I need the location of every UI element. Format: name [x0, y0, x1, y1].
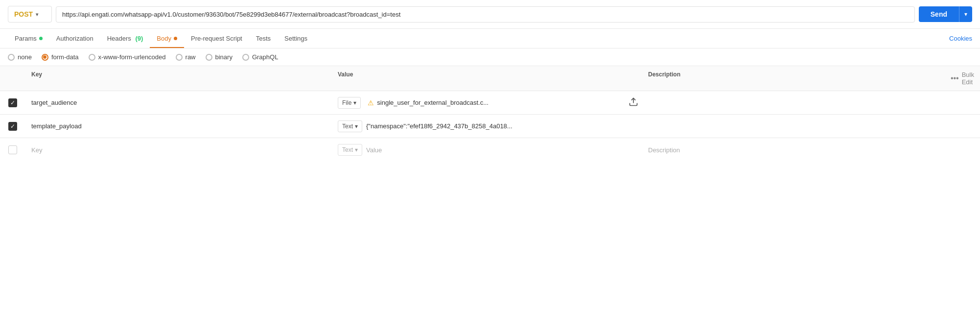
row1-warning-icon: ⚠: [368, 99, 374, 107]
empty-value-placeholder: Value: [362, 144, 638, 156]
table-header: Key Value Description ••• Bulk Edit: [0, 66, 980, 91]
row1-key: target_audience: [25, 94, 334, 111]
send-btn-group: Send ▾: [919, 6, 972, 22]
cookies-link[interactable]: Cookies: [949, 29, 972, 48]
radio-none: [8, 54, 15, 61]
tab-tests[interactable]: Tests: [249, 29, 278, 48]
tab-tests-label: Tests: [256, 35, 271, 42]
option-graphql-label: GraphQL: [252, 53, 278, 61]
option-binary[interactable]: binary: [206, 53, 233, 61]
row2-checkbox[interactable]: ✓: [8, 122, 17, 131]
row2-value-cell: Text ▾ {"namespace":"efef18f6_2942_437b_…: [334, 118, 642, 135]
tab-authorization[interactable]: Authorization: [49, 29, 100, 48]
form-data-table: Key Value Description ••• Bulk Edit ✓ ta…: [0, 66, 980, 162]
method-label: POST: [14, 10, 33, 18]
option-none[interactable]: none: [8, 53, 32, 61]
row1-file-display: ⚠ single_user_for_external_broadcast.c..…: [364, 97, 624, 109]
method-selector[interactable]: POST ▾: [8, 6, 52, 23]
empty-type-chevron: ▾: [355, 146, 358, 153]
bulk-edit-label[interactable]: Bulk Edit: [962, 71, 974, 86]
tab-authorization-label: Authorization: [56, 35, 93, 42]
body-options-row: none form-data x-www-form-urlencoded raw…: [0, 48, 980, 66]
url-bar-row: POST ▾ Send ▾: [0, 0, 980, 29]
tab-body-label: Body: [157, 35, 171, 42]
header-description: Description: [642, 66, 951, 91]
row1-description: [642, 98, 951, 108]
row2-type-chevron: ▾: [355, 123, 358, 130]
row1-upload-icon[interactable]: [629, 97, 638, 109]
table-row-empty: Key Text ▾ Value Description: [0, 138, 980, 162]
option-x-www-form-urlencoded[interactable]: x-www-form-urlencoded: [89, 53, 166, 61]
option-raw-label: raw: [186, 53, 196, 61]
header-key: Key: [25, 66, 334, 91]
row1-checkbox-cell: ✓: [0, 94, 25, 112]
tab-settings[interactable]: Settings: [278, 29, 314, 48]
row1-type-chevron: ▾: [353, 99, 356, 106]
empty-value-cell: Text ▾ Value: [334, 141, 642, 159]
tab-pre-request[interactable]: Pre-request Script: [184, 29, 249, 48]
tab-settings-label: Settings: [284, 35, 307, 42]
body-dot: [174, 37, 177, 40]
header-checkbox-col: [0, 66, 25, 91]
tab-body[interactable]: Body: [150, 29, 184, 48]
send-dropdown-button[interactable]: ▾: [959, 6, 972, 22]
row2-key: template_payload: [25, 118, 334, 135]
headers-count: (9): [134, 35, 143, 42]
tab-params-label: Params: [15, 35, 37, 42]
url-input[interactable]: [56, 6, 915, 23]
option-graphql[interactable]: GraphQL: [242, 53, 278, 61]
table-row: ✓ template_payload Text ▾ {"namespace":"…: [0, 115, 980, 138]
empty-key-placeholder: Key: [31, 146, 42, 154]
tab-pre-request-label: Pre-request Script: [191, 35, 242, 42]
option-form-data-label: form-data: [51, 53, 79, 61]
tab-params[interactable]: Params: [8, 29, 49, 48]
row2-value-text: {"namespace":"efef18f6_2942_437b_8258_4a…: [362, 120, 638, 132]
row1-checkbox[interactable]: ✓: [8, 98, 17, 107]
row2-description: [642, 121, 951, 131]
empty-checkbox[interactable]: [8, 145, 17, 154]
row2-type-label: Text: [342, 123, 353, 130]
row1-value-cell: File ▾ ⚠ single_user_for_external_broadc…: [334, 94, 642, 112]
radio-graphql: [242, 54, 249, 61]
method-chevron-icon: ▾: [36, 12, 38, 17]
params-dot: [39, 37, 43, 40]
row1-type-selector[interactable]: File ▾: [338, 97, 361, 109]
row1-filename: single_user_for_external_broadcast.c...: [377, 99, 620, 106]
radio-raw: [176, 54, 183, 61]
empty-desc: Description: [642, 142, 951, 159]
option-raw[interactable]: raw: [176, 53, 196, 61]
app-container: POST ▾ Send ▾ Params Authorization Heade…: [0, 0, 980, 162]
tabs-row: Params Authorization Headers (9) Body Pr…: [0, 29, 980, 48]
option-form-data[interactable]: form-data: [42, 53, 79, 61]
table-row: ✓ target_audience File ▾ ⚠ single_user_f…: [0, 91, 980, 115]
row2-checkbox-cell: ✓: [0, 117, 25, 136]
empty-key-cell: Key: [25, 142, 334, 159]
header-value: Value: [334, 66, 642, 91]
bulk-edit-area: ••• Bulk Edit: [951, 66, 980, 91]
empty-checkbox-cell: [0, 141, 25, 159]
option-none-label: none: [18, 53, 32, 61]
send-button[interactable]: Send: [919, 6, 959, 22]
more-options-icon[interactable]: •••: [951, 74, 959, 83]
tab-headers-label: Headers: [107, 35, 131, 42]
option-binary-label: binary: [215, 53, 233, 61]
row2-type-selector[interactable]: Text ▾: [338, 120, 362, 132]
empty-type-selector[interactable]: Text ▾: [338, 144, 362, 156]
radio-binary: [206, 54, 212, 61]
option-x-www-label: x-www-form-urlencoded: [98, 53, 166, 61]
row1-type-label: File: [342, 99, 351, 106]
tab-headers[interactable]: Headers (9): [100, 29, 150, 48]
radio-x-www: [89, 54, 95, 61]
radio-form-data: [42, 54, 48, 61]
empty-type-label: Text: [342, 146, 353, 153]
